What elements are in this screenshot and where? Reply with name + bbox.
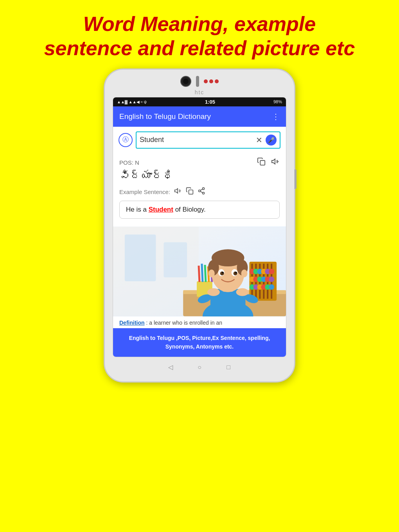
audio-icon[interactable] (271, 157, 280, 168)
front-camera (180, 76, 191, 87)
svg-point-11 (199, 190, 201, 192)
speaker-dot (204, 79, 208, 83)
menu-button[interactable]: ⋮ (272, 112, 280, 121)
battery-indicator: 98% (273, 99, 282, 104)
svg-point-67 (208, 270, 215, 277)
search-input-wrapper[interactable]: Student ✕ 🎤 (136, 131, 280, 149)
svg-rect-9 (189, 190, 193, 194)
bottom-banner: English to Telugu ,POS, Picture,Ex Sente… (113, 328, 286, 357)
headline: Word Meaning, example sentence and relat… (44, 12, 355, 61)
svg-point-45 (269, 284, 274, 290)
bottom-banner-text: English to Telugu ,POS, Picture,Ex Sente… (129, 335, 270, 350)
svg-line-14 (200, 189, 203, 190)
phone-top (105, 76, 294, 87)
svg-point-69 (207, 288, 220, 296)
svg-point-12 (203, 192, 205, 194)
signal-icons: ▲▲▓ ▲▲◀ ≈ ψ (117, 100, 147, 104)
svg-line-47 (199, 266, 200, 282)
mic-icon: 🎤 (268, 137, 275, 143)
signal-bars: ▲▲▓ ▲▲◀ ≈ ψ (117, 100, 147, 104)
svg-point-70 (236, 288, 249, 296)
definition-row: Definition : a learner who is enrolled i… (113, 316, 286, 328)
speaker-dot (209, 79, 213, 83)
recent-button[interactable]: □ (224, 363, 233, 372)
sentence-prefix: He is a (126, 206, 149, 213)
status-bar: ▲▲▓ ▲▲◀ ≈ ψ 1:05 98% (113, 97, 286, 106)
svg-point-64 (234, 271, 237, 275)
speaker-dot (215, 79, 219, 83)
svg-marker-1 (272, 159, 275, 164)
earpiece-speaker (204, 79, 219, 83)
telugu-translation: విద్యార్థి (119, 169, 280, 182)
phone-shell: htc ▲▲▓ ▲▲◀ ≈ ψ 1:05 98% English to Telu… (104, 68, 295, 383)
search-input[interactable]: Student (140, 136, 256, 144)
headline-line2: sentence and related picture etc (44, 36, 355, 60)
search-icon: Ⓐ (122, 136, 129, 144)
svg-rect-0 (260, 160, 265, 165)
highlighted-word: Student (149, 206, 173, 213)
example-row: Example Sentence: (119, 187, 280, 197)
app-title: English to Telugu Dictionary (119, 112, 211, 121)
svg-rect-18 (164, 242, 187, 277)
sentence-suffix: of Biology. (173, 206, 206, 213)
example-sentence-box: He is a Student of Biology. (119, 201, 280, 219)
svg-marker-5 (175, 189, 178, 193)
phone-screen: ▲▲▓ ▲▲◀ ≈ ψ 1:05 98% English to Telugu D… (113, 97, 286, 357)
svg-rect-17 (125, 234, 156, 281)
brand-label: htc (195, 89, 205, 95)
clear-button[interactable]: ✕ (256, 135, 262, 145)
svg-line-13 (200, 191, 203, 192)
side-button (295, 169, 297, 189)
audio-example-icon[interactable] (174, 187, 182, 197)
mic-button[interactable]: 🎤 (266, 135, 277, 146)
home-button[interactable]: ○ (195, 363, 204, 372)
back-button[interactable]: ◁ (166, 363, 175, 372)
headline-line1: Word Meaning, example (44, 12, 355, 36)
pos-label: POS: N (119, 159, 139, 166)
svg-line-49 (205, 265, 206, 282)
action-icons (257, 157, 280, 168)
search-area: Ⓐ Student ✕ 🎤 (113, 127, 286, 153)
word-content: POS: N (113, 153, 286, 226)
phone-nav: ◁ ○ □ (166, 357, 233, 374)
svg-point-65 (222, 272, 224, 273)
example-label: Example Sentence: (119, 189, 170, 195)
svg-point-39 (269, 277, 274, 282)
student-image (113, 226, 286, 316)
pos-row: POS: N (119, 157, 280, 168)
camera-lens (183, 79, 189, 84)
clock: 1:05 (205, 99, 215, 105)
copy-icon[interactable] (257, 157, 266, 168)
definition-text: : a learner who is enrolled in an (146, 320, 222, 326)
search-icon-circle: Ⓐ (119, 133, 133, 147)
app-header: English to Telugu Dictionary ⋮ (113, 106, 286, 127)
svg-point-63 (220, 271, 224, 275)
proximity-sensor (196, 76, 199, 87)
definition-link[interactable]: Definition (119, 320, 145, 326)
copy-example-icon[interactable] (186, 187, 194, 197)
svg-point-66 (235, 272, 237, 273)
share-icon[interactable] (198, 187, 205, 197)
svg-point-33 (269, 269, 274, 274)
svg-point-68 (241, 270, 248, 277)
svg-point-10 (203, 187, 205, 189)
svg-line-48 (202, 264, 203, 282)
